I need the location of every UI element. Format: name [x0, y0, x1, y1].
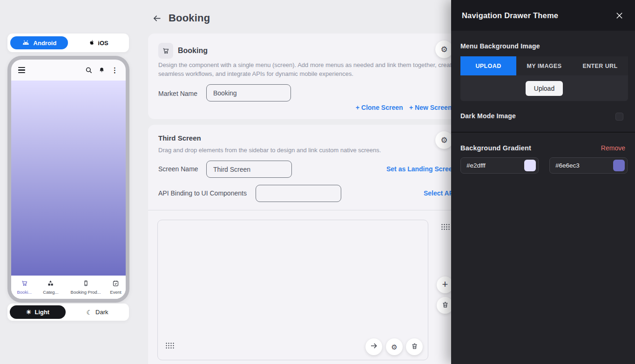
theme-toggle: ☀ Light ☾ Dark — [7, 303, 129, 321]
canvas-link-button[interactable] — [365, 338, 382, 355]
dark-label: Dark — [95, 309, 108, 316]
market-name-input[interactable] — [206, 84, 291, 101]
clone-screen-link[interactable]: + Clone Screen — [356, 104, 403, 111]
android-label: Android — [34, 40, 57, 47]
device-toggle: Android iOS — [7, 34, 129, 52]
dark-mode-image-checkbox[interactable] — [615, 113, 623, 121]
phone-nav-label: Event — [110, 290, 121, 295]
panel-header: Navigation Drawer Theme — [451, 0, 635, 31]
dark-mode-image-label: Dark Mode Image — [460, 112, 516, 120]
gear-icon: ⚙ — [440, 46, 447, 54]
light-mode-button[interactable]: ☀ Light — [10, 305, 66, 319]
bell-icon[interactable] — [98, 66, 106, 74]
phone-nav-label: Booki... — [17, 290, 32, 295]
tab-enter-url[interactable]: ENTER URL — [572, 56, 628, 75]
light-label: Light — [34, 309, 49, 316]
gear-icon: ⚙ — [440, 136, 447, 144]
device-icon — [83, 280, 89, 289]
gradient-color-1-input[interactable] — [466, 162, 524, 169]
android-icon — [22, 40, 30, 47]
canvas-settings-button[interactable]: ⚙ — [386, 338, 403, 355]
set-landing-screen-link[interactable]: Set as Landing Screen — [386, 165, 456, 173]
phone-nav-item-category[interactable]: Categ... — [37, 280, 65, 295]
apple-icon — [88, 39, 95, 47]
trash-icon — [411, 343, 418, 351]
tab-my-images[interactable]: MY IMAGES — [516, 56, 572, 75]
booking-card-title: Booking — [178, 47, 208, 55]
upload-button[interactable]: Upload — [526, 81, 563, 96]
ios-toggle-button[interactable]: iOS — [68, 39, 129, 47]
new-screen-link[interactable]: + New Screen — [409, 104, 452, 111]
api-binding-label: API Binding to UI Components — [158, 189, 247, 197]
section-drag-handle-icon[interactable] — [441, 223, 450, 230]
gradient-color-1-swatch[interactable] — [524, 160, 536, 171]
phone-screen-gradient — [11, 81, 126, 276]
sun-icon: ☀ — [26, 309, 32, 316]
phone-bottom-nav: Booki... Categ... Booking Prod... — [11, 276, 126, 299]
select-api-link[interactable]: Select API — [424, 189, 455, 197]
phone-nav-label: Categ... — [43, 290, 58, 295]
page-header: Booking — [151, 12, 210, 24]
plus-icon: + — [442, 279, 448, 290]
kebab-menu-icon[interactable]: ⋮ — [111, 66, 119, 74]
page-title: Booking — [169, 12, 210, 24]
phone-nav-item-booking[interactable]: Booki... — [12, 280, 37, 295]
phone-nav-label: Booking Prod... — [71, 290, 101, 295]
image-source-tabs: UPLOAD MY IMAGES ENTER URL — [460, 56, 628, 75]
ios-label: iOS — [98, 40, 108, 47]
third-screen-title: Third Screen — [158, 134, 201, 142]
arrow-right-icon — [370, 342, 378, 352]
close-icon[interactable] — [614, 10, 624, 20]
menu-background-image-label: Menu Background Image — [460, 42, 540, 50]
drag-handle-icon[interactable] — [165, 342, 174, 349]
android-toggle-button[interactable]: Android — [10, 36, 68, 49]
trash-icon — [442, 301, 449, 310]
tab-upload[interactable]: UPLOAD — [460, 56, 516, 75]
dark-mode-button[interactable]: ☾ Dark — [66, 309, 129, 316]
search-icon[interactable] — [85, 66, 93, 74]
gear-icon: ⚙ — [391, 344, 397, 351]
panel-title: Navigation Drawer Theme — [462, 11, 558, 20]
booking-card-settings-button[interactable]: ⚙ — [435, 40, 453, 58]
screen-canvas[interactable]: ⚙ — [157, 220, 428, 360]
back-arrow-icon[interactable] — [151, 13, 162, 24]
gradient-color-1-field — [460, 157, 539, 174]
phone-appbar: ⋮ — [11, 60, 126, 81]
hamburger-menu-icon[interactable] — [18, 67, 25, 73]
category-icon — [47, 280, 54, 289]
panel-divider — [451, 132, 635, 133]
phone-nav-item-event[interactable]: Event — [107, 280, 125, 295]
background-gradient-label: Background Gradient — [460, 144, 531, 152]
screen-name-label: Screen Name — [158, 165, 198, 173]
gradient-color-2-input[interactable] — [555, 162, 613, 169]
event-icon — [112, 280, 119, 289]
screen-name-input[interactable] — [206, 161, 292, 178]
gradient-color-2-swatch[interactable] — [613, 160, 625, 171]
phone-mockup: ⋮ Booki... Categ... — [7, 56, 129, 303]
cart-icon — [21, 280, 28, 289]
third-screen-settings-button[interactable]: ⚙ — [435, 131, 453, 149]
market-name-label: Market Name — [158, 90, 197, 97]
moon-icon: ☾ — [86, 309, 92, 316]
booking-card-description: Design the component with a single menu … — [158, 61, 460, 78]
phone-nav-item-booking-product[interactable]: Booking Prod... — [65, 280, 107, 295]
cart-icon — [158, 43, 173, 59]
remove-gradient-link[interactable]: Remove — [601, 144, 625, 152]
navigation-drawer-theme-panel: Navigation Drawer Theme Menu Background … — [451, 0, 635, 364]
upload-dropzone: Upload — [460, 75, 628, 101]
api-binding-input[interactable] — [256, 185, 341, 202]
canvas-delete-button[interactable] — [406, 338, 423, 355]
third-screen-description: Drag and drop elements from the sidebar … — [158, 146, 460, 155]
gradient-color-2-field — [549, 157, 628, 174]
app-builder-window: Android iOS ⋮ — [0, 0, 635, 364]
